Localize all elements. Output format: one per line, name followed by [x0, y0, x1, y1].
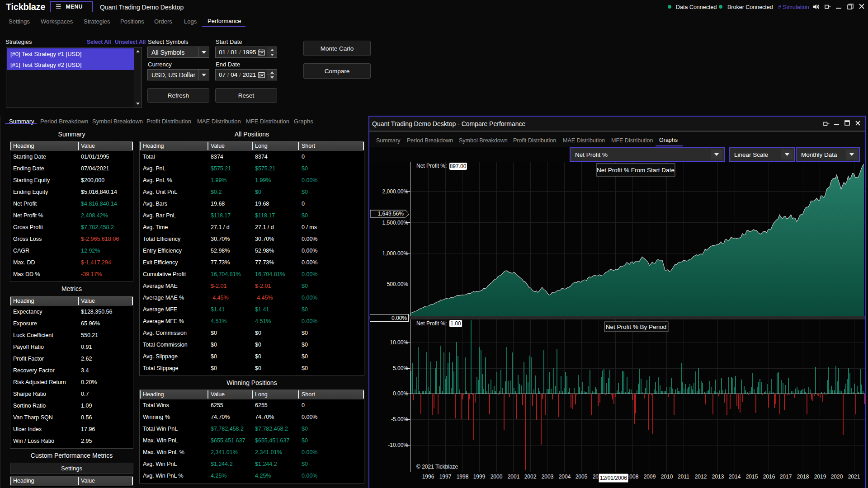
svg-text:-5.00%: -5.00%	[391, 416, 408, 422]
svg-text:1,649.56%: 1,649.56%	[378, 211, 404, 217]
svg-text:2,000.00%: 2,000.00%	[382, 188, 409, 195]
svg-text:2011: 2011	[678, 474, 689, 480]
svg-text:2016: 2016	[763, 474, 775, 480]
svg-text:2012: 2012	[695, 474, 707, 480]
svg-text:500.00%: 500.00%	[387, 281, 409, 287]
svg-text:2005: 2005	[576, 474, 588, 480]
svg-text:1997: 1997	[439, 474, 452, 480]
svg-text:12/01/2006: 12/01/2006	[600, 475, 627, 481]
svg-text:2000: 2000	[491, 474, 503, 480]
svg-text:5.00%: 5.00%	[393, 365, 408, 371]
svg-text:Net Profit %:: Net Profit %:	[416, 320, 447, 327]
svg-text:Net Profit % By Period: Net Profit % By Period	[606, 324, 666, 330]
svg-text:897.00: 897.00	[450, 163, 467, 169]
svg-text:1998: 1998	[457, 474, 469, 480]
svg-text:Net Profit %:: Net Profit %:	[416, 163, 447, 169]
svg-text:-10.00%: -10.00%	[388, 442, 408, 448]
svg-text:Net Profit % From Start Date: Net Profit % From Start Date	[597, 167, 675, 174]
svg-text:2021: 2021	[848, 474, 860, 480]
svg-text:2015: 2015	[746, 474, 758, 480]
svg-text:2018: 2018	[797, 474, 809, 480]
svg-text:© 2021 Tickblaze: © 2021 Tickblaze	[416, 464, 458, 470]
svg-text:1996: 1996	[422, 474, 434, 480]
svg-text:2010: 2010	[661, 474, 673, 480]
svg-text:1,500.00%: 1,500.00%	[382, 220, 409, 226]
svg-text:2013: 2013	[712, 474, 724, 480]
svg-text:0.00%: 0.00%	[393, 390, 408, 397]
svg-text:1,000.00%: 1,000.00%	[382, 250, 409, 257]
svg-text:2003: 2003	[542, 474, 554, 480]
svg-text:2004: 2004	[559, 474, 571, 480]
svg-text:2019: 2019	[814, 474, 826, 480]
svg-text:2009: 2009	[644, 474, 656, 480]
svg-text:1999: 1999	[473, 474, 486, 480]
svg-text:2017: 2017	[780, 474, 792, 480]
svg-text:2014: 2014	[729, 474, 741, 480]
svg-text:10.00%: 10.00%	[390, 339, 408, 346]
svg-text:2001: 2001	[508, 474, 520, 480]
svg-text:2002: 2002	[524, 474, 537, 480]
svg-text:1.00: 1.00	[450, 320, 461, 327]
svg-text:2020: 2020	[831, 474, 843, 480]
